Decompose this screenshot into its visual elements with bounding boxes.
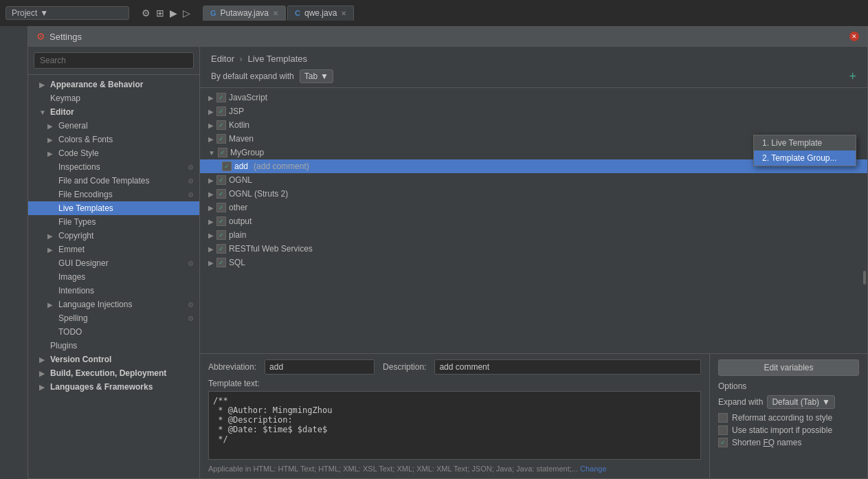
dropdown-item-template-group[interactable]: 2. Template Group... [754, 151, 856, 166]
sidebar-item-file-types-label: File Types [58, 217, 96, 227]
sidebar-item-live-templates[interactable]: Live Templates [28, 201, 199, 215]
group-kotlin-header[interactable]: ▶ Kotlin [200, 118, 867, 132]
dropdown-item-live-template[interactable]: 1. Live Template [754, 135, 856, 151]
breadcrumb-live-templates: Live Templates [248, 54, 307, 64]
sidebar-item-file-types[interactable]: File Types [28, 215, 199, 229]
group-output-header[interactable]: ▶ output [200, 214, 867, 228]
tab-qwe-label: qwe.java [304, 8, 337, 18]
expand-with-arrow: ▼ [822, 397, 830, 407]
tab-putaway[interactable]: G Putaway.java ✕ [203, 5, 286, 21]
template-text-area[interactable]: /** * @Author: MingmingZhou * @Descripti… [208, 391, 701, 460]
check-plain[interactable] [216, 230, 226, 240]
expand-arrow-mygroup: ▼ [208, 149, 215, 157]
sidebar-item-file-code-templates-label: File and Code Templates [58, 176, 150, 186]
check-maven[interactable] [216, 134, 226, 144]
description-input[interactable] [434, 359, 701, 375]
group-javascript-header[interactable]: ▶ JavaScript [200, 91, 867, 104]
panel-header: Editor › Live Templates By default expan… [200, 47, 867, 88]
shorten-eq-checkbox[interactable] [718, 438, 728, 447]
group-output: ▶ output [200, 214, 867, 228]
group-restful-header[interactable]: ▶ RESTful Web Services [200, 242, 867, 256]
group-ognl-struts-label: OGNL (Struts 2) [229, 189, 288, 199]
sidebar-item-file-code-templates[interactable]: File and Code Templates ⚙ [28, 174, 199, 188]
sidebar-item-gui-designer[interactable]: GUI Designer ⚙ [28, 256, 199, 270]
sidebar-item-live-templates-label: Live Templates [58, 203, 113, 213]
toolbar-icons: ⚙ ⊞ ▶ ▷ [140, 6, 192, 20]
settings-dialog: ⚙ Settings ✕ ▶ Appearance & Behavior [27, 26, 868, 479]
sidebar-item-inspections[interactable]: Inspections ⚙ [28, 160, 199, 174]
tab-qwe[interactable]: C qwe.java ✕ [287, 5, 354, 21]
sidebar-item-file-encodings[interactable]: File Encodings ⚙ [28, 188, 199, 201]
project-selector[interactable]: Project ▼ [5, 6, 129, 20]
check-kotlin[interactable] [216, 120, 226, 130]
fields-row: Abbreviation: Description: [208, 359, 701, 375]
expand-with-label: By default expand with [211, 71, 294, 81]
check-mygroup[interactable] [218, 148, 227, 157]
check-jsp[interactable] [216, 107, 226, 116]
sidebar-item-images[interactable]: Images [28, 270, 199, 284]
sidebar-item-plugins[interactable]: Plugins [28, 339, 199, 353]
sidebar-item-build-exec-label: Build, Execution, Deployment [50, 368, 166, 378]
check-ognl[interactable] [216, 175, 226, 185]
settings-sidebar: ▶ Appearance & Behavior Keymap ▼ Editor [28, 47, 200, 478]
sidebar-item-languages-frameworks[interactable]: ▶ Languages & Frameworks [28, 380, 199, 394]
close-button[interactable]: ✕ [849, 32, 859, 41]
add-template-button[interactable]: + [849, 70, 856, 82]
check-restful[interactable] [216, 244, 226, 254]
check-ognl-struts[interactable] [216, 189, 226, 199]
sidebar-item-code-style[interactable]: ▶ Code Style [28, 146, 199, 160]
structure-icon[interactable]: ⊞ [155, 6, 166, 20]
sidebar-item-inspections-label: Inspections [58, 162, 100, 172]
sidebar-item-colors-fonts[interactable]: ▶ Colors & Fonts [28, 133, 199, 146]
sidebar-item-intentions[interactable]: Intentions [28, 284, 199, 298]
sidebar-item-editor[interactable]: ▼ Editor [28, 105, 199, 119]
sidebar-item-appearance[interactable]: ▶ Appearance & Behavior [28, 78, 199, 91]
sidebar-item-language-injections[interactable]: ▶ Language Injections ⚙ [28, 298, 199, 311]
group-sql-label: SQL [229, 258, 245, 267]
abbreviation-label: Abbreviation: [208, 362, 256, 372]
sidebar-item-emmet[interactable]: ▶ Emmet [28, 243, 199, 256]
edit-variables-button[interactable]: Edit variables [718, 359, 859, 376]
reformat-checkbox[interactable] [718, 413, 728, 423]
breadcrumb-separator: › [240, 54, 243, 64]
group-ognl-struts-header[interactable]: ▶ OGNL (Struts 2) [200, 187, 867, 201]
sidebar-item-copyright[interactable]: ▶ Copyright [28, 229, 199, 243]
sidebar-item-keymap[interactable]: Keymap [28, 91, 199, 105]
change-link[interactable]: Change [580, 465, 607, 473]
check-add[interactable] [222, 161, 232, 171]
group-ognl-header[interactable]: ▶ OGNL [200, 173, 867, 187]
run-icon[interactable]: ▷ [181, 6, 192, 20]
sidebar-item-version-control[interactable]: ▶ Version Control [28, 353, 199, 366]
expand-with-select[interactable]: Default (Tab) ▼ [767, 395, 835, 409]
check-output[interactable] [216, 216, 226, 226]
group-plain-header[interactable]: ▶ plain [200, 228, 867, 242]
build-icon[interactable]: ▶ [168, 6, 179, 20]
check-other[interactable] [216, 203, 226, 212]
sidebar-item-spelling[interactable]: Spelling ⚙ [28, 311, 199, 325]
gear-icon-file-enc: ⚙ [188, 191, 194, 199]
sidebar-item-general[interactable]: ▶ General [28, 119, 199, 133]
group-jsp-header[interactable]: ▶ JSP [200, 104, 867, 118]
sidebar-item-build-exec[interactable]: ▶ Build, Execution, Deployment [28, 366, 199, 380]
expand-with-row: Expand with Default (Tab) ▼ [718, 395, 859, 409]
templates-list: ▶ JavaScript ▶ JSP [200, 88, 867, 353]
static-import-checkbox[interactable] [718, 425, 728, 435]
expand-select[interactable]: Tab ▼ [300, 69, 333, 83]
expand-arrow-lang-inject: ▶ [47, 301, 54, 309]
tab-putaway-close[interactable]: ✕ [273, 10, 278, 17]
template-text-label: Template text: [208, 379, 701, 388]
sidebar-item-intentions-label: Intentions [58, 286, 94, 296]
search-input[interactable] [34, 52, 194, 69]
settings-icon[interactable]: ⚙ [140, 6, 152, 20]
check-javascript[interactable] [216, 93, 226, 102]
static-import-row: Use static import if possible [718, 425, 859, 435]
group-sql-header[interactable]: ▶ SQL [200, 256, 867, 269]
group-jsp-label: JSP [229, 107, 244, 116]
group-ognl: ▶ OGNL [200, 173, 867, 187]
scrollbar-thumb[interactable] [863, 271, 866, 285]
check-sql[interactable] [216, 258, 226, 267]
abbreviation-input[interactable] [265, 359, 375, 375]
tab-qwe-close[interactable]: ✕ [341, 10, 346, 17]
sidebar-item-todo[interactable]: TODO [28, 325, 199, 339]
group-other-header[interactable]: ▶ other [200, 201, 867, 214]
